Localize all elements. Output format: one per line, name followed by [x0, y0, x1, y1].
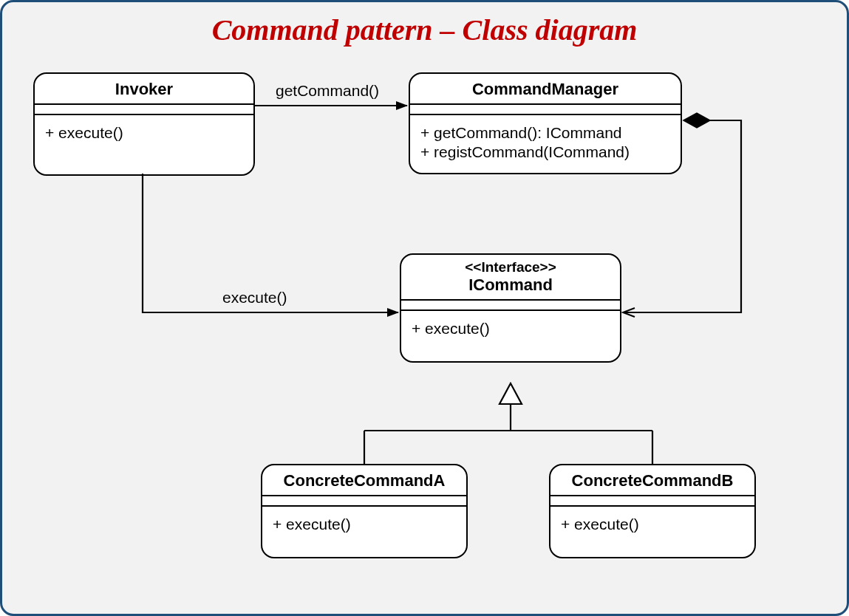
method: + execute() — [561, 516, 744, 533]
svg-marker-1 — [499, 383, 522, 404]
class-invoker-attrs — [35, 105, 253, 115]
class-concrete-b-attrs — [550, 496, 754, 507]
class-concrete-a-methods: + execute() — [262, 507, 466, 557]
class-command-manager: CommandManager + getCommand(): ICommand … — [409, 72, 682, 174]
class-command-manager-attrs — [410, 105, 681, 115]
class-icommand-attrs — [401, 301, 620, 311]
class-command-manager-methods: + getCommand(): ICommand + registCommand… — [410, 115, 681, 173]
class-concrete-b: ConcreteCommandB + execute() — [549, 464, 756, 558]
class-invoker-name: Invoker — [35, 74, 253, 105]
class-icommand: <<Interface>> ICommand + execute() — [400, 253, 621, 363]
class-icommand-methods: + execute() — [401, 311, 620, 361]
edge-label-execute: execute() — [222, 289, 287, 307]
diagram-frame: Command pattern – Class diagram Invoker … — [0, 0, 849, 616]
class-command-manager-name: CommandManager — [410, 74, 681, 105]
class-icommand-stereotype: <<Interface>> — [401, 255, 620, 276]
class-concrete-b-methods: + execute() — [550, 507, 754, 557]
method: + execute() — [273, 516, 456, 533]
class-invoker-methods: + execute() — [35, 115, 253, 174]
method: + execute() — [45, 124, 243, 142]
class-concrete-a: ConcreteCommandA + execute() — [261, 464, 468, 558]
class-icommand-name: ICommand — [401, 276, 620, 301]
class-invoker: Invoker + execute() — [33, 72, 255, 176]
method: + registCommand(ICommand) — [420, 143, 670, 161]
edge-label-getcommand: getCommand() — [276, 82, 379, 100]
class-concrete-a-name: ConcreteCommandA — [262, 465, 466, 496]
diagram-title: Command pattern – Class diagram — [2, 13, 847, 47]
method: + getCommand(): ICommand — [420, 124, 670, 142]
method: + execute() — [412, 320, 610, 338]
class-concrete-b-name: ConcreteCommandB — [550, 465, 754, 496]
class-concrete-a-attrs — [262, 496, 466, 507]
